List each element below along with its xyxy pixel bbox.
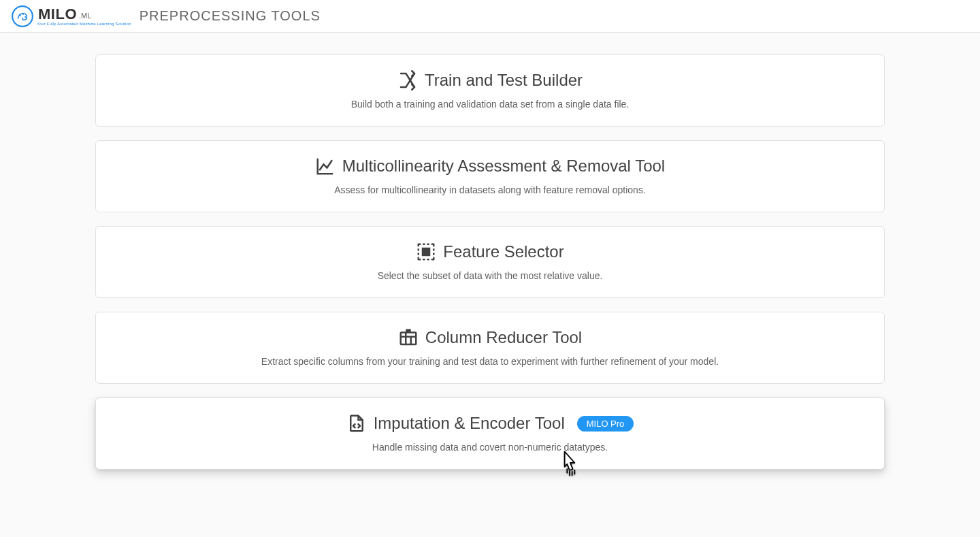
card-desc: Handle missing data and covert non-numer… — [110, 442, 870, 453]
card-title: Train and Test Builder — [425, 71, 583, 90]
svg-point-0 — [12, 6, 33, 27]
card-desc: Assess for multicollinearity in datasets… — [110, 184, 870, 195]
brain-logo-icon — [11, 5, 34, 28]
chart-line-icon — [315, 156, 336, 176]
card-title: Column Reducer Tool — [425, 328, 582, 347]
card-title: Feature Selector — [443, 242, 564, 261]
shuffle-icon — [397, 70, 418, 91]
card-imputation-encoder[interactable]: Imputation & Encoder Tool MILO Pro Handl… — [95, 397, 885, 470]
page-title: PREPROCESSING TOOLS — [140, 8, 321, 24]
brand-logo[interactable]: MILO .ML Your Fully Automated Machine Le… — [11, 5, 131, 28]
card-column-reducer[interactable]: Column Reducer Tool Extract specific col… — [95, 312, 885, 384]
table-columns-icon — [398, 327, 419, 348]
card-title: Multicollinearity Assessment & Removal T… — [342, 157, 665, 176]
brand-sub: .ML — [79, 12, 91, 20]
svg-point-1 — [20, 14, 21, 16]
select-all-icon — [416, 242, 436, 262]
svg-rect-5 — [401, 333, 416, 345]
svg-point-2 — [22, 13, 24, 14]
card-feature-selector[interactable]: Feature Selector Select the subset of da… — [95, 226, 885, 298]
svg-rect-4 — [423, 248, 429, 255]
card-desc: Build both a training and validation dat… — [110, 99, 870, 110]
pro-badge: MILO Pro — [577, 416, 634, 432]
brand-main: MILO — [38, 7, 77, 22]
app-header: MILO .ML Your Fully Automated Machine Le… — [0, 0, 980, 33]
svg-rect-6 — [406, 329, 411, 333]
card-title: Imputation & Encoder Tool — [374, 414, 565, 433]
brand-tagline: Your Fully Automated Machine Learning So… — [37, 22, 131, 26]
svg-point-3 — [24, 16, 26, 18]
card-train-test-builder[interactable]: Train and Test Builder Build both a trai… — [95, 54, 885, 127]
card-desc: Select the subset of data with the most … — [110, 270, 870, 281]
tool-list: Train and Test Builder Build both a trai… — [0, 33, 980, 505]
file-code-icon — [346, 413, 367, 434]
card-multicollinearity[interactable]: Multicollinearity Assessment & Removal T… — [95, 140, 885, 212]
card-desc: Extract specific columns from your train… — [110, 356, 870, 367]
